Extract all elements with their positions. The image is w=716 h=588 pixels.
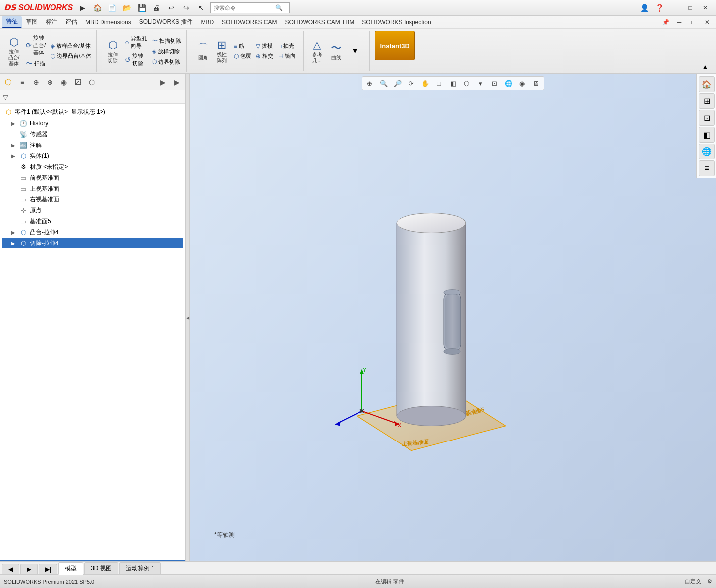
tab-nav-next[interactable]: ▶ — [20, 564, 38, 574]
fillet-btn[interactable]: ⌒ 圆角 — [194, 40, 212, 62]
config-mgr-btn[interactable]: ⊕ — [30, 76, 43, 88]
panel-more-arrow[interactable]: ▶ — [170, 76, 183, 88]
tab-motion[interactable]: 运动算例 1 — [119, 562, 161, 574]
undo-btn[interactable]: ↩ — [166, 2, 177, 13]
vp-display2[interactable]: ▾ — [474, 78, 487, 89]
ribbon-close-btn[interactable]: ✕ — [700, 17, 714, 28]
appearances-btn[interactable]: ⬡ — [85, 76, 98, 88]
tree-annotation[interactable]: ▶ 🔤 注解 — [2, 140, 183, 150]
cut-extrude4-expand[interactable]: ▶ — [10, 240, 17, 246]
rp-section-btn[interactable]: ◧ — [699, 127, 715, 143]
sweep-btn[interactable]: 〜 扫描 — [24, 58, 48, 69]
extrude-cut-btn[interactable]: ⬡ 拉伸切除 — [104, 37, 122, 65]
panel-collapse-handle[interactable]: ◀ — [186, 74, 190, 561]
vp-zoom-out[interactable]: 🔎 — [391, 78, 404, 89]
vp-rotate[interactable]: ⟳ — [405, 78, 418, 89]
instant3d-btn[interactable]: Instant3D — [375, 31, 415, 60]
tree-root-item[interactable]: ⬡ 零件1 (默认<<默认>_显示状态 1>) — [2, 106, 183, 118]
open-btn[interactable]: 📂 — [121, 2, 132, 13]
new-btn[interactable]: 📄 — [106, 2, 117, 13]
property-mgr-btn[interactable]: ≡ — [16, 76, 29, 88]
solid-body-expand[interactable]: ▶ — [10, 152, 17, 159]
tree-front-plane[interactable]: ▶ ▭ 前视基准面 — [2, 172, 183, 183]
tree-sensor[interactable]: ▶ 📡 传感器 — [2, 129, 183, 140]
tree-top-plane[interactable]: ▶ ▭ 上视基准面 — [2, 183, 183, 194]
tab-mbd[interactable]: MBD — [197, 18, 218, 27]
tree-boss-extrude4[interactable]: ▶ ⬡ 凸台-拉伸4 — [2, 227, 183, 238]
tree-origin[interactable]: ▶ ✛ 原点 — [2, 205, 183, 216]
play-btn[interactable]: ▶ — [77, 2, 88, 13]
tab-mbd-dim[interactable]: MBD Dimensions — [81, 18, 135, 27]
tree-solid-body[interactable]: ▶ ⬡ 实体(1) — [2, 150, 183, 161]
sweep-cut-btn[interactable]: 〜 扫描切除 — [150, 36, 183, 46]
extrude-boss-btn[interactable]: ⬡ 拉伸凸台/基体 — [5, 34, 23, 68]
minimize-btn[interactable]: ─ — [668, 2, 682, 13]
history-expand[interactable]: ▶ — [10, 120, 17, 127]
vp-pan[interactable]: ✋ — [419, 78, 432, 89]
rp-home-btn[interactable]: 🏠 — [699, 76, 715, 92]
tree-right-plane[interactable]: ▶ ▭ 右视基准面 — [2, 194, 183, 205]
tree-cut-extrude4[interactable]: ▶ ⬡ 切除-拉伸4 — [2, 238, 183, 248]
vp-zoom-in[interactable]: 🔍 — [377, 78, 390, 89]
intersect-btn[interactable]: ⊕ 相交 — [254, 51, 275, 61]
curves-btn[interactable]: 〜 曲线 — [327, 40, 345, 62]
user-btn[interactable]: 👤 — [639, 2, 650, 13]
boundary-boss-btn[interactable]: ⬡ 边界凸台/基体 — [49, 51, 93, 61]
restore-btn[interactable]: □ — [683, 2, 697, 13]
tab-3dview[interactable]: 3D 视图 — [84, 562, 118, 574]
vp-shadows[interactable]: 🖥 — [530, 78, 543, 89]
vp-realview[interactable]: ◉ — [516, 78, 529, 89]
pointer-btn[interactable]: ↖ — [196, 2, 206, 13]
ribbon-pin-btn[interactable]: 📌 — [659, 17, 672, 28]
search-box[interactable]: 🔍 — [210, 2, 290, 13]
dxfanalysis-btn[interactable]: ⊕ — [44, 76, 56, 88]
ribbon-min-btn[interactable]: ─ — [672, 17, 686, 28]
vp-appearance[interactable]: 🌐 — [502, 78, 515, 89]
rib-btn[interactable]: ≡ 筋 — [232, 41, 253, 50]
loft-boss-btn[interactable]: ◈ 放样凸台/基体 — [49, 41, 93, 50]
save-btn[interactable]: 💾 — [136, 2, 147, 13]
reference-geo-btn[interactable]: △ 参考几... — [308, 37, 326, 65]
hole-wizard-btn[interactable]: ○ 异型孔向导 — [123, 34, 149, 50]
part-view-btn[interactable]: ⬡ — [2, 76, 15, 88]
panel-right-arrow[interactable]: ▶ — [156, 76, 169, 88]
print-btn[interactable]: 🖨 — [151, 2, 162, 13]
loft-cut-btn[interactable]: ◈ 放样切除 — [150, 47, 183, 56]
tab-model[interactable]: 模型 — [58, 562, 83, 575]
close-btn[interactable]: ✕ — [698, 2, 712, 13]
wrap-btn[interactable]: ⬡ 包覆 — [232, 51, 253, 61]
boss-extrude4-expand[interactable]: ▶ — [10, 229, 17, 236]
vp-zoom-fit[interactable]: ⊕ — [363, 78, 376, 89]
tab-features[interactable]: 特征 — [2, 16, 22, 28]
more-btn[interactable]: ▼ — [346, 43, 364, 59]
vp-view-orient[interactable]: ⊡ — [488, 78, 501, 89]
mirror-btn[interactable]: ⊣ 镜向 — [276, 51, 298, 61]
vp-section[interactable]: ◧ — [447, 78, 460, 89]
vp-select-faces[interactable]: □ — [433, 78, 446, 89]
tree-history[interactable]: ▶ 🕐 History — [2, 118, 183, 129]
tree-material[interactable]: ▶ ⚙ 材质 <未指定> — [2, 161, 183, 172]
tab-sketch[interactable]: 草图 — [22, 17, 42, 27]
tree-plane5[interactable]: ▶ ▭ 基准面5 — [2, 216, 183, 227]
vp-display1[interactable]: ⬡ — [460, 78, 473, 89]
tab-nav-prev[interactable]: ◀ — [2, 564, 19, 574]
revolve-cut-btn[interactable]: ↺ 旋转切除 — [123, 51, 149, 68]
rp-view-btn[interactable]: ⊡ — [699, 110, 715, 126]
annotation-expand[interactable]: ▶ — [10, 142, 17, 148]
shell-btn[interactable]: □ 抽壳 — [276, 41, 298, 50]
home-btn[interactable]: 🏠 — [92, 2, 102, 13]
redo-btn[interactable]: ↪ — [181, 2, 192, 13]
tab-sw-cam[interactable]: SOLIDWORKS CAM — [218, 18, 281, 27]
tab-annotation[interactable]: 标注 — [42, 17, 61, 27]
search-input[interactable] — [214, 5, 273, 11]
rp-appearance-btn[interactable]: ≡ — [699, 160, 715, 176]
tab-sw-cam-tbm[interactable]: SOLIDWORKS CAM TBM — [281, 18, 358, 27]
linear-pattern-btn[interactable]: ⊞ 线性阵列 — [213, 37, 231, 65]
tab-sw-inspection[interactable]: SOLIDWORKS Inspection — [358, 18, 435, 27]
rp-display-btn[interactable]: 🌐 — [699, 144, 715, 159]
tab-sw-plugins[interactable]: SOLIDWORKS 插件 — [135, 17, 197, 27]
dimexpert-btn[interactable]: ◉ — [57, 76, 70, 88]
ribbon-max-btn[interactable]: □ — [686, 17, 700, 28]
rp-zoom-btn[interactable]: ⊞ — [699, 93, 715, 109]
tab-evaluate[interactable]: 评估 — [61, 17, 81, 27]
